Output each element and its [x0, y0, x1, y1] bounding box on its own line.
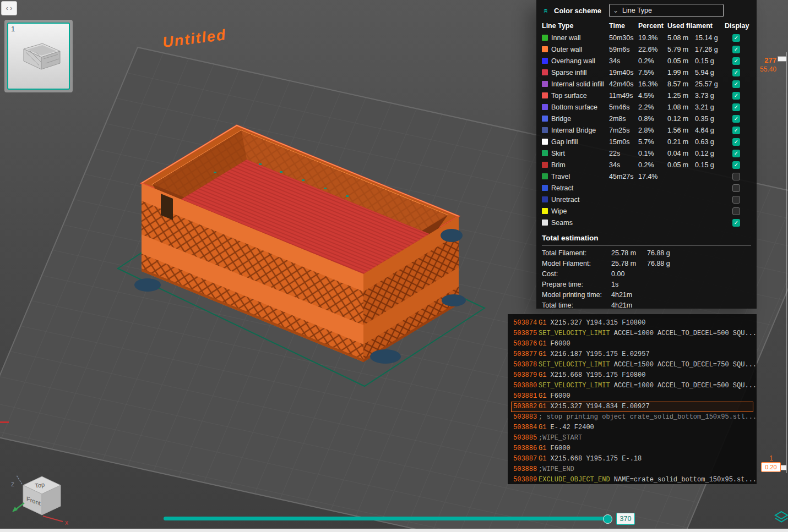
line-type-row: Retract — [542, 182, 751, 194]
line-type-time: 50m30s — [609, 34, 638, 42]
estimation-label: Prepare time: — [542, 281, 611, 288]
display-checkbox[interactable]: ✓ — [732, 161, 740, 169]
gcode-line-number: 503884 — [511, 423, 539, 433]
display-checkbox[interactable]: ✓ — [732, 80, 740, 88]
line-type-label: Top surface — [551, 92, 609, 100]
line-type-time: 19m40s — [609, 69, 638, 76]
estimation-label: Total Filament: — [542, 249, 611, 257]
line-type-color-swatch — [542, 116, 548, 122]
line-type-filament-weight: 0.35 g — [695, 115, 725, 123]
line-type-filament-weight: 0.15 g — [695, 57, 725, 65]
display-checkbox[interactable]: ✓ — [732, 150, 740, 157]
line-type-percent: 2.8% — [638, 127, 667, 134]
layer-slider-track[interactable] — [786, 52, 787, 473]
gcode-line[interactable]: 503883; stop printing object crate_solid… — [511, 412, 753, 423]
collapse-panel-icon[interactable]: « — [542, 6, 551, 15]
line-type-percent: 5.7% — [638, 138, 667, 146]
line-type-filament-weight: 25.57 g — [695, 80, 725, 88]
line-type-label: Seams — [551, 219, 609, 227]
gcode-line-text: G1 F6000 — [539, 391, 753, 402]
gcode-line-number: 503888 — [511, 464, 539, 475]
line-type-color-swatch — [542, 46, 548, 52]
display-checkbox[interactable] — [732, 207, 740, 215]
gcode-line[interactable]: 503876G1 F6000 — [511, 339, 753, 349]
line-type-color-swatch — [542, 69, 548, 75]
line-type-filament-length: 5.79 m — [667, 46, 695, 53]
sidebar-collapse-button[interactable]: ‹ › — [1, 1, 17, 15]
display-checkbox[interactable]: ✓ — [732, 57, 740, 65]
line-type-filament-length: 0.05 m — [667, 57, 695, 65]
estimation-value-1: 4h21m — [611, 291, 647, 299]
line-type-percent: 4.5% — [638, 92, 667, 100]
display-checkbox[interactable]: ✓ — [732, 219, 740, 227]
plate-thumbnail[interactable]: 1 — [7, 23, 70, 90]
line-type-color-swatch — [542, 185, 548, 191]
line-type-color-swatch — [542, 58, 548, 64]
display-checkbox[interactable]: ✓ — [732, 92, 740, 100]
estimation-row: Prepare time:1s — [542, 279, 751, 289]
line-type-color-swatch — [542, 92, 548, 98]
gcode-line-text: G1 X215.327 Y194.315 F10800 — [539, 318, 753, 328]
line-type-color-swatch — [542, 220, 548, 226]
orientation-gizmo[interactable]: Top Front x z — [6, 462, 77, 531]
line-type-filament-length: 1.08 m — [667, 103, 695, 111]
bottom-layer-number: 1 — [764, 454, 773, 462]
line-type-color-swatch — [542, 208, 548, 214]
layer-slider-top-handle[interactable] — [778, 56, 787, 62]
view-type-dropdown[interactable]: ⌄ Line Type — [609, 4, 724, 17]
line-type-row: Inner wall50m30s19.3%5.08 m15.14 g✓ — [542, 32, 751, 43]
estimation-value-2: 76.88 g — [647, 249, 751, 257]
display-checkbox[interactable]: ✓ — [732, 115, 740, 123]
gcode-line[interactable]: 503874G1 X215.327 Y194.315 F10800 — [511, 318, 753, 328]
move-slider-track[interactable] — [164, 517, 606, 520]
gcode-line[interactable]: 503878SET_VELOCITY_LIMIT ACCEL=1500 ACCE… — [511, 360, 753, 370]
display-checkbox[interactable] — [732, 184, 740, 192]
line-type-filament-length: 0.05 m — [667, 161, 695, 169]
line-type-label: Overhang wall — [551, 57, 609, 65]
estimation-label: Model Filament: — [542, 260, 611, 267]
line-type-row: Seams✓ — [542, 217, 751, 228]
line-type-percent: 19.3% — [638, 34, 667, 42]
display-checkbox[interactable] — [732, 196, 740, 204]
gcode-line-number: 503874 — [511, 318, 539, 328]
gcode-line-number: 503885 — [511, 433, 539, 443]
gcode-line[interactable]: 503877G1 X216.187 Y195.175 E.02957 — [511, 349, 753, 360]
gcode-line[interactable]: 503885;WIPE_START — [511, 433, 753, 443]
gcode-line-text: ;WIPE_END — [539, 464, 753, 475]
line-type-time: 45m27s — [609, 173, 638, 180]
display-checkbox[interactable]: ✓ — [732, 103, 740, 111]
line-type-filament-length: 1.99 m — [667, 69, 695, 76]
gcode-line-number: 503886 — [511, 443, 539, 454]
gcode-line[interactable]: 503884G1 E-.42 F2400 — [511, 423, 753, 433]
col-display: Display — [725, 22, 751, 30]
gcode-line[interactable]: 503887G1 X215.668 Y195.175 E-.18 — [511, 454, 753, 464]
gcode-line[interactable]: 503888;WIPE_END — [511, 464, 753, 475]
divider — [542, 245, 751, 245]
gcode-line[interactable]: 503882G1 X215.327 Y194.834 E.00927 — [511, 402, 753, 412]
gcode-line[interactable]: 503875SET_VELOCITY_LIMIT ACCEL=1000 ACCE… — [511, 328, 753, 339]
gcode-line[interactable]: 503881G1 F6000 — [511, 391, 753, 402]
layers-icon[interactable] — [774, 511, 788, 524]
gcode-line[interactable]: 503889EXCLUDE_OBJECT_END NAME=crate_soli… — [511, 475, 753, 484]
gcode-line[interactable]: 503880SET_VELOCITY_LIMIT ACCEL=1000 ACCE… — [511, 381, 753, 391]
display-checkbox[interactable]: ✓ — [732, 138, 740, 146]
line-type-label: Internal solid infill — [551, 80, 609, 88]
display-checkbox[interactable]: ✓ — [732, 69, 740, 76]
move-slider-handle[interactable] — [603, 514, 612, 524]
origin-axis-marker — [0, 421, 9, 423]
gcode-line-text: G1 X215.668 Y195.175 E-.18 — [539, 454, 753, 464]
line-type-percent: 17.4% — [638, 173, 667, 180]
line-type-label: Inner wall — [551, 34, 609, 42]
line-type-filament-length: 0.21 m — [667, 138, 695, 146]
gcode-line[interactable]: 503886G1 F6000 — [511, 443, 753, 454]
top-layer-number: 277 — [759, 56, 776, 64]
line-type-color-swatch — [542, 173, 548, 179]
display-checkbox[interactable]: ✓ — [732, 46, 740, 53]
display-checkbox[interactable]: ✓ — [732, 34, 740, 42]
line-type-filament-weight: 3.21 g — [695, 103, 725, 111]
display-checkbox[interactable] — [732, 173, 740, 180]
display-checkbox[interactable]: ✓ — [732, 127, 740, 134]
line-type-label: Retract — [551, 184, 609, 192]
line-type-color-swatch — [542, 150, 548, 156]
gcode-line[interactable]: 503879G1 X215.668 Y195.175 F10800 — [511, 370, 753, 381]
